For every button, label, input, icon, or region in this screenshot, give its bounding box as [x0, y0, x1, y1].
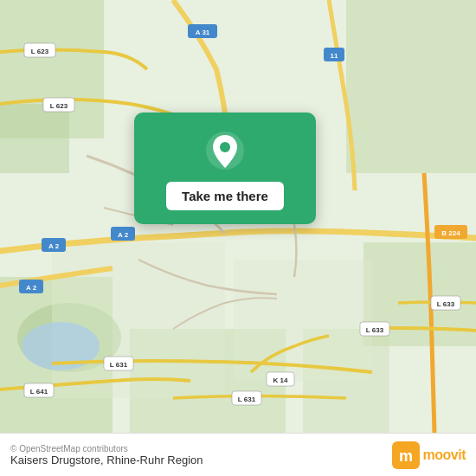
svg-rect-9 [52, 242, 225, 398]
map-view[interactable]: L 623 L 623 A 31 11 A 2 A 2 A 2 B 224 L … [0, 0, 476, 433]
svg-text:L 633: L 633 [366, 326, 384, 334]
svg-text:A 2: A 2 [26, 284, 37, 292]
svg-text:A 2: A 2 [118, 231, 129, 239]
svg-text:L 623: L 623 [50, 102, 68, 110]
svg-text:L 631: L 631 [238, 396, 256, 403]
moovit-icon: m [392, 441, 420, 469]
svg-text:K 14: K 14 [273, 376, 288, 384]
svg-text:L 631: L 631 [110, 361, 128, 369]
svg-text:L 623: L 623 [31, 48, 49, 55]
moovit-logo: m moovit [392, 441, 466, 469]
location-label: Kaisers Drugstore, Rhine-Ruhr Region [10, 453, 203, 466]
svg-text:L 633: L 633 [437, 300, 455, 308]
svg-text:A 31: A 31 [196, 29, 210, 36]
take-me-there-button[interactable]: Take me there [166, 182, 284, 210]
map-attribution: © OpenStreetMap contributors [10, 444, 203, 453]
bottom-bar: © OpenStreetMap contributors Kaisers Dru… [0, 433, 476, 476]
svg-rect-2 [346, 0, 476, 173]
location-pin-icon [204, 130, 246, 171]
svg-text:B 224: B 224 [441, 229, 460, 237]
svg-point-41 [220, 142, 230, 152]
svg-text:11: 11 [331, 52, 338, 60]
moovit-text: moovit [423, 447, 466, 463]
svg-text:m: m [399, 447, 413, 465]
svg-text:A 2: A 2 [48, 242, 60, 250]
svg-text:L 641: L 641 [30, 388, 48, 396]
bottom-info: © OpenStreetMap contributors Kaisers Dru… [10, 444, 203, 466]
destination-card: Take me there [134, 113, 316, 224]
svg-rect-6 [0, 104, 69, 173]
